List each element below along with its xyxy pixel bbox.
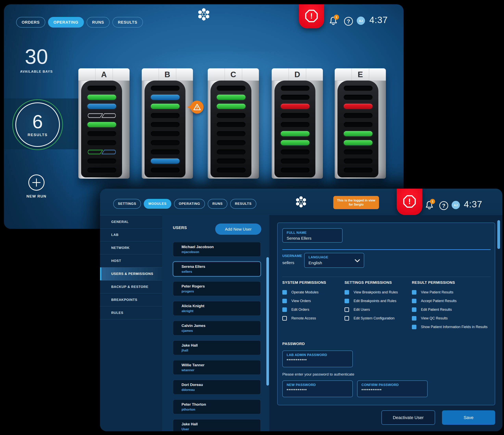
tower-slot-empty [281, 159, 309, 164]
tower-slot-empty [344, 149, 372, 154]
user-list-item[interactable]: Jake Halljhall [173, 340, 261, 355]
window-scrollbar[interactable] [497, 220, 500, 249]
avatar[interactable]: AJ [452, 201, 460, 209]
checkbox-checked-icon[interactable] [282, 290, 287, 295]
checkbox-checked-icon[interactable] [282, 307, 287, 312]
warning-callout[interactable]: ? [190, 101, 204, 114]
new-password-field[interactable]: NEW PASSWORD *********** [282, 381, 353, 397]
user-username: jhall [181, 349, 261, 353]
checkbox-checked-icon[interactable] [282, 299, 287, 303]
checkbox-checked-icon[interactable] [344, 290, 349, 295]
permission-remote-access[interactable]: Remote Access [282, 316, 341, 321]
user-username: progers [181, 290, 261, 293]
module-tower-b[interactable]: B ? [142, 68, 193, 179]
tower-slot-blue [151, 95, 180, 100]
tab-runs[interactable]: RUNS [208, 199, 227, 209]
permission-view-patient-results[interactable]: View Patient Results [412, 290, 495, 295]
lab-admin-password-field[interactable]: LAB ADMIN PASSWORD *********** [282, 351, 353, 367]
permission-label: Show Patient Information Fields in Resul… [421, 325, 487, 329]
sidebar-item-backup-restore[interactable]: BACKUP & RESTORE [100, 281, 162, 293]
deactivate-user-button[interactable]: Deactivate User [381, 410, 435, 425]
permission-edit-system-configuration[interactable]: Edit System Configuration [344, 316, 410, 321]
user-list-item[interactable]: Serena Ellerssellers [173, 262, 261, 276]
username-block: USERNAME sellers [282, 254, 302, 265]
permission-view-orders[interactable]: View Orders [282, 299, 341, 303]
tab-settings[interactable]: SETTINGS [113, 199, 141, 209]
alert-stop-badge[interactable]: ! [397, 189, 422, 215]
triangle-question-icon: ? [193, 103, 201, 111]
checkbox-checked-icon[interactable] [412, 316, 416, 321]
permission-label: Remote Access [291, 316, 316, 320]
module-tower-a[interactable]: A [78, 68, 130, 179]
checkbox-unchecked-icon[interactable] [344, 316, 349, 321]
user-list-item[interactable]: Peter Rogersprogers [173, 281, 261, 296]
user-list-item[interactable]: Dori Doreauddoreau [173, 380, 261, 395]
permission-view-qc-results[interactable]: View QC Results [412, 316, 495, 321]
tower-header: B [142, 68, 193, 81]
sidebar-item-breakpoints[interactable]: BREAKPOINTS [100, 293, 162, 306]
permission-edit-patient-results[interactable]: Edit Patient Results [412, 307, 495, 312]
section-divider [282, 277, 491, 277]
permission-label: Edit Breakpoints and Rules [354, 299, 396, 303]
stage: ORDERSOPERATINGRUNSRESULTS ! [0, 0, 504, 435]
checkbox-checked-icon[interactable] [412, 307, 416, 312]
language-select[interactable]: LANGUAGE English [304, 253, 364, 268]
full-name-field[interactable]: FULL NAME Serena Ellers [282, 228, 342, 243]
checkbox-checked-icon[interactable] [412, 325, 416, 329]
user-list-item[interactable]: Peter Thortonpthorton [173, 399, 261, 414]
tab-modules[interactable]: MODULES [144, 199, 171, 209]
sidebar-item-host[interactable]: HOST [100, 254, 162, 267]
users-scrollbar[interactable] [266, 257, 269, 386]
permission-group-settings-permissions: SETTINGS PERMISSIONSView Breakpoints and… [344, 281, 410, 325]
tower-slot-split-neutral [87, 113, 116, 118]
add-new-user-button[interactable]: Add New User [215, 224, 261, 235]
module-tower-c[interactable]: C [208, 68, 259, 179]
save-button[interactable]: Save [442, 410, 495, 425]
sidebar-item-network[interactable]: NETWORK [100, 241, 162, 254]
tower-slot-green [87, 95, 116, 100]
user-list-item[interactable]: Calvin Jamescjames [173, 321, 261, 335]
checkbox-checked-icon[interactable] [412, 290, 416, 295]
sidebar-item-lab[interactable]: LAB [100, 228, 162, 241]
module-tower-d[interactable]: D [272, 68, 323, 179]
confirm-password-field[interactable]: CONFIRM PASSWORD *********** [357, 381, 428, 397]
permission-operate-modules[interactable]: Operate Modules [282, 290, 341, 295]
user-name: Peter Thorton [181, 402, 261, 407]
user-list-item[interactable]: Willie Tannerwtanner [173, 360, 261, 375]
confirm-password-label: CONFIRM PASSWORD [361, 383, 427, 387]
permission-label: View Patient Results [421, 290, 453, 294]
permission-view-breakpoints-and-rules[interactable]: View Breakpoints and Rules [344, 290, 410, 295]
checkbox-unchecked-icon[interactable] [282, 316, 287, 321]
user-list-item[interactable]: Alicia Knightaknight [173, 301, 261, 316]
tower-slot-empty [281, 149, 309, 154]
checkbox-checked-icon[interactable] [344, 299, 349, 303]
full-name-label: FULL NAME [287, 231, 342, 235]
permission-group-title: RESULT PERMISSIONS [412, 281, 495, 285]
sidebar-item-rules[interactable]: RULES [100, 306, 162, 319]
sidebar-item-users-permissions[interactable]: USERS & PERMISSIONS [100, 267, 162, 281]
checkbox-unchecked-icon[interactable] [344, 307, 349, 312]
notifications-bell-icon[interactable]: 1 [424, 200, 435, 211]
tab-operating[interactable]: OPERATING [174, 199, 205, 209]
help-icon[interactable]: ? [439, 201, 449, 211]
permission-edit-users[interactable]: Edit Users [344, 307, 410, 312]
tower-label: D [295, 70, 300, 79]
checkbox-checked-icon[interactable] [412, 299, 416, 303]
tower-slot-green [217, 104, 245, 109]
sidebar-item-general[interactable]: GENERAL [100, 215, 162, 228]
permission-show-patient-information-fields-in-results[interactable]: Show Patient Information Fields in Resul… [412, 325, 495, 329]
confirm-password-value: *********** [361, 388, 427, 392]
permission-edit-breakpoints-and-rules[interactable]: Edit Breakpoints and Rules [344, 299, 410, 303]
module-tower-e[interactable]: E [335, 68, 386, 179]
tab-results[interactable]: RESULTS [230, 199, 256, 209]
permission-label: Edit Orders [291, 308, 309, 312]
permission-label: View Breakpoints and Rules [354, 290, 398, 294]
permission-edit-orders[interactable]: Edit Orders [282, 307, 341, 312]
user-list-item[interactable]: Michael Jacobsonmjacobson [173, 242, 261, 257]
lab-admin-password-label: LAB ADMIN PASSWORD [287, 353, 352, 357]
settings-content: GENERALLABNETWORKHOSTUSERS & PERMISSIONS… [100, 215, 503, 431]
chevron-down-icon [355, 259, 360, 263]
permission-accept-patient-results[interactable]: Accept Patient Results [412, 299, 495, 303]
user-list-item[interactable]: Jake HallUser [173, 419, 261, 431]
logged-in-view-banner: This is the logged in view for Sergio [333, 196, 379, 209]
